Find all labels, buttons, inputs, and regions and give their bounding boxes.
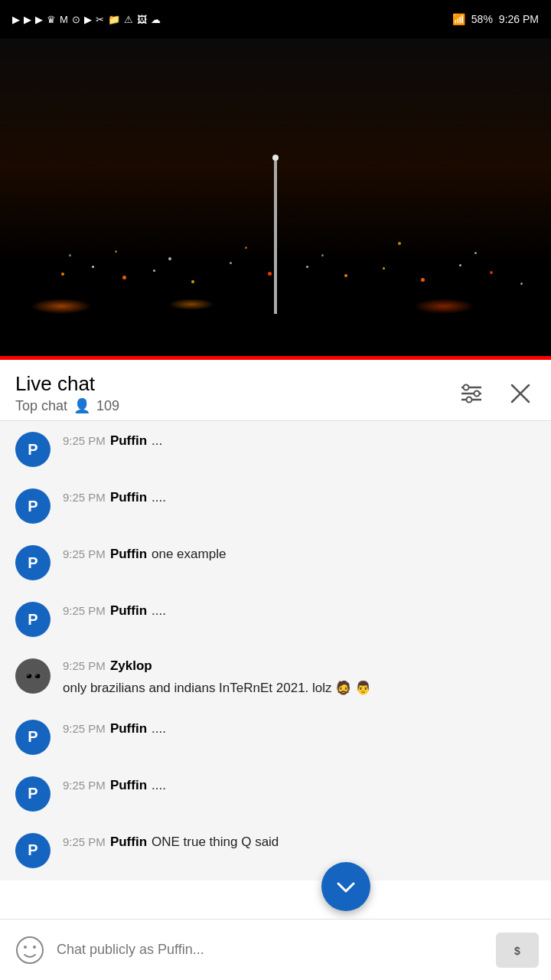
chat-message-content: 9:25 PMPuffin.... bbox=[63, 720, 536, 738]
chat-text: .... bbox=[152, 488, 166, 507]
emoji-button[interactable] bbox=[12, 933, 47, 968]
live-chat-header: Live chat Top chat 👤 109 bbox=[0, 360, 551, 421]
chat-timestamp: 9:25 PM bbox=[63, 434, 106, 447]
chat-timestamp: 9:25 PM bbox=[63, 491, 106, 504]
scroll-to-bottom-fab[interactable] bbox=[321, 862, 370, 911]
chat-item: P9:25 PMPuffinONE true thing Q said bbox=[0, 822, 551, 868]
chat-message-content: 9:25 PMPuffin... bbox=[63, 432, 536, 450]
chat-username: Puffin bbox=[110, 547, 147, 562]
status-icons-right: 📶 58% 9:26 PM bbox=[452, 13, 539, 25]
chat-text: ... bbox=[152, 432, 162, 450]
avatar: P bbox=[15, 833, 51, 868]
chat-username: Puffin bbox=[110, 721, 147, 737]
video-progress-bar[interactable] bbox=[0, 356, 551, 360]
video-player[interactable] bbox=[0, 38, 551, 360]
svg-point-9 bbox=[24, 946, 27, 949]
viewer-icon: 👤 bbox=[73, 397, 90, 414]
top-chat-label: Top chat bbox=[15, 398, 67, 414]
avatar: P bbox=[15, 545, 51, 580]
avatar: P bbox=[15, 720, 51, 755]
wifi-icon: 📶 bbox=[452, 13, 465, 25]
chat-message-content: 9:25 PMPuffinONE true thing Q said bbox=[63, 833, 536, 851]
avatar: P bbox=[15, 602, 51, 637]
chat-message-content: 9:25 PMPuffin.... bbox=[63, 488, 536, 507]
chat-item: P9:25 PMPuffin.... bbox=[0, 709, 551, 766]
chat-text: only brazilians and indians InTeRnEt 202… bbox=[63, 678, 536, 698]
chat-timestamp: 9:25 PM bbox=[63, 835, 106, 848]
chat-item: P9:25 PMPuffin... bbox=[0, 421, 551, 478]
chat-timestamp: 9:25 PM bbox=[63, 659, 106, 672]
status-icons-left: ▶ ▶ ▶ ♛ M ⊙ ▶ ✂ 📁 ⚠ 🖼 ☁ bbox=[12, 14, 161, 25]
avatar: P bbox=[15, 776, 51, 812]
chat-item: P9:25 PMPuffin.... bbox=[0, 591, 551, 648]
chat-text: ONE true thing Q said bbox=[152, 833, 279, 851]
svg-point-10 bbox=[33, 946, 36, 949]
chat-item: P9:25 PMPuffin.... bbox=[0, 478, 551, 534]
live-chat-title-area: Live chat Top chat 👤 109 bbox=[15, 372, 119, 414]
chat-username: Puffin bbox=[110, 603, 147, 619]
svg-point-5 bbox=[467, 397, 472, 403]
chat-item: P9:25 PMPuffinone example bbox=[0, 534, 551, 591]
chat-username: Puffin bbox=[110, 778, 147, 793]
chat-username: Puffin bbox=[110, 433, 147, 449]
svg-point-4 bbox=[474, 391, 480, 397]
svg-point-8 bbox=[17, 937, 43, 963]
chat-text: .... bbox=[152, 720, 166, 738]
status-bar: ▶ ▶ ▶ ♛ M ⊙ ▶ ✂ 📁 ⚠ 🖼 ☁ 📶 58% 9:26 PM bbox=[0, 0, 551, 38]
chat-timestamp: 9:25 PM bbox=[63, 722, 106, 735]
chat-text: .... bbox=[152, 776, 166, 795]
chat-timestamp: 9:25 PM bbox=[63, 604, 106, 617]
chat-input-bar: $ bbox=[0, 919, 551, 980]
chat-message-content: 9:25 PMZykloponly brazilians and indians… bbox=[63, 658, 536, 698]
chat-message-content: 9:25 PMPuffinone example bbox=[63, 545, 536, 564]
chat-list: P9:25 PMPuffin...P9:25 PMPuffin....P9:25… bbox=[0, 421, 551, 880]
send-superschat-button[interactable]: $ bbox=[496, 933, 539, 968]
svg-text:$: $ bbox=[514, 945, 520, 957]
live-chat-subtitle: Top chat 👤 109 bbox=[15, 397, 119, 414]
live-chat-header-icons bbox=[456, 372, 536, 409]
clock: 9:26 PM bbox=[499, 13, 539, 25]
chat-input[interactable] bbox=[57, 942, 487, 958]
live-chat-panel: Live chat Top chat 👤 109 bbox=[0, 360, 551, 880]
viewer-count: 109 bbox=[96, 398, 119, 414]
chat-message-content: 9:25 PMPuffin.... bbox=[63, 776, 536, 795]
chat-text: one example bbox=[152, 545, 226, 564]
avatar: 🕶️ bbox=[15, 658, 51, 694]
filter-button[interactable] bbox=[456, 378, 487, 409]
chat-text: .... bbox=[152, 602, 166, 620]
avatar: P bbox=[15, 432, 51, 467]
flagpole bbox=[274, 161, 277, 314]
chat-username: Zyklop bbox=[110, 658, 152, 674]
chat-timestamp: 9:25 PM bbox=[63, 779, 106, 792]
chat-item: 🕶️9:25 PMZykloponly brazilians and india… bbox=[0, 648, 551, 709]
chat-item: P9:25 PMPuffin.... bbox=[0, 766, 551, 822]
svg-point-3 bbox=[464, 385, 469, 390]
live-chat-title: Live chat bbox=[15, 372, 119, 396]
close-button[interactable] bbox=[505, 378, 536, 409]
chat-username: Puffin bbox=[110, 490, 147, 505]
chat-message-content: 9:25 PMPuffin.... bbox=[63, 602, 536, 620]
battery-text: 58% bbox=[471, 13, 493, 25]
avatar: P bbox=[15, 488, 51, 524]
chat-username: Puffin bbox=[110, 835, 147, 850]
chat-timestamp: 9:25 PM bbox=[63, 547, 106, 560]
